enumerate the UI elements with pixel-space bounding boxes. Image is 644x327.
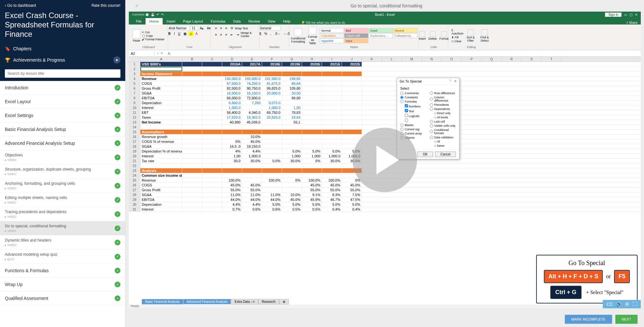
rate-course-link[interactable]: Rate this course!: [91, 3, 120, 8]
column-header[interactable]: K: [362, 57, 382, 62]
dialog-option[interactable]: Visible cells only: [430, 124, 456, 127]
dialog-option[interactable]: Last cell: [430, 120, 456, 123]
fill-color-icon[interactable]: ◇: [188, 31, 194, 36]
ribbon-tab-view[interactable]: View: [264, 18, 279, 25]
sheet-tab[interactable]: Extra Data -->: [231, 299, 258, 304]
column-header[interactable]: F: [262, 57, 282, 62]
dialog-option[interactable]: Column differences: [430, 96, 456, 102]
column-header[interactable]: O: [442, 57, 462, 62]
merge-center-button[interactable]: Merge & Center: [241, 31, 257, 38]
chapter-row[interactable]: Excel Settings✓: [0, 109, 125, 123]
dialog-option[interactable]: [400, 119, 427, 123]
ribbon-tab-insert[interactable]: Insert: [163, 18, 179, 25]
lesson-item[interactable]: Objectives▸ VIDEO✓: [0, 150, 125, 164]
cell-style[interactable]: Check Cell: [344, 33, 368, 38]
column-header[interactable]: B: [182, 57, 202, 62]
column-header[interactable]: I: [322, 57, 342, 62]
dialog-option[interactable]: ○ Direct only: [430, 112, 456, 115]
cell-style[interactable]: Good: [369, 28, 393, 33]
chapter-row[interactable]: Qualified Assessment✓: [0, 292, 125, 305]
dialog-option[interactable]: Row differences: [430, 92, 456, 95]
grow-font-icon[interactable]: A▴: [199, 26, 205, 31]
fill-button[interactable]: ⬇ Fill: [451, 36, 463, 39]
chapter-row[interactable]: Advanced Financial Analysis Setup✓: [0, 136, 125, 150]
ribbon-tab-page-layout[interactable]: Page Layout: [179, 18, 207, 25]
format-cells-button[interactable]: Format: [440, 31, 449, 40]
dialog-cancel-button[interactable]: Cancel: [435, 152, 456, 157]
cell-style[interactable]: Followed Hy...: [393, 33, 417, 38]
ribbon-tab-file[interactable]: File: [132, 18, 146, 25]
dialog-option[interactable]: Constants: [400, 96, 427, 99]
font-size-select[interactable]: 11: [190, 26, 198, 31]
dialog-option[interactable]: Data validation: [430, 136, 456, 139]
underline-icon[interactable]: U: [177, 31, 182, 36]
clear-button[interactable]: ◇ Clear: [451, 40, 463, 43]
cell-style[interactable]: Calculation: [320, 33, 344, 38]
dialog-option[interactable]: Blanks: [400, 124, 427, 127]
border-icon[interactable]: ▦: [182, 31, 188, 36]
cc-icon[interactable]: CC: [607, 302, 613, 307]
back-to-dashboard-link[interactable]: ‹ Go to dashboard: [5, 3, 36, 8]
ribbon-tab-home[interactable]: Home: [146, 18, 163, 25]
chapter-row[interactable]: Excel Layout✓: [0, 95, 125, 109]
dialog-option[interactable]: ○ All: [430, 140, 456, 143]
paste-button[interactable]: Paste: [133, 29, 140, 42]
cell-style[interactable]: Explanatory ...: [369, 33, 393, 38]
align-top-icon[interactable]: ≡: [214, 26, 218, 31]
ribbon-tab-review[interactable]: Review: [244, 18, 264, 25]
lesson-item[interactable]: Editing multiple sheets, naming cells▸ V…: [0, 193, 125, 207]
fx-icon[interactable]: fx: [165, 52, 173, 55]
format-as-table-button[interactable]: Format as Table: [308, 27, 317, 45]
autosum-button[interactable]: Σ AutoSum: [451, 29, 463, 35]
orientation-icon[interactable]: ⟳: [229, 26, 234, 31]
find-select-button[interactable]: Find & Select: [478, 29, 491, 42]
cell-style[interactable]: Neutral: [393, 28, 417, 33]
sheet-tab[interactable]: Research: [258, 299, 279, 304]
column-header[interactable]: P: [462, 57, 482, 62]
play-button[interactable]: [353, 128, 417, 192]
chapter-row[interactable]: Introduction✓: [0, 81, 125, 95]
sort-filter-button[interactable]: Sort & Filter: [465, 29, 477, 42]
column-header[interactable]: A: [140, 57, 182, 62]
dialog-option[interactable]: ○ Same: [430, 144, 456, 147]
column-header[interactable]: L: [382, 57, 402, 62]
column-header[interactable]: Q: [482, 57, 502, 62]
currency-icon[interactable]: $: [258, 31, 263, 36]
ribbon-tab-help[interactable]: Help: [279, 18, 294, 25]
close-icon[interactable]: ✕: [635, 13, 638, 16]
dialog-ok-button[interactable]: OK: [417, 152, 433, 157]
number-format-select[interactable]: General: [258, 26, 281, 31]
percent-icon[interactable]: %: [263, 31, 269, 36]
ribbon-tab-formulas[interactable]: Formulas: [207, 18, 229, 25]
italic-icon[interactable]: I: [173, 31, 176, 36]
lesson-item[interactable]: Tracing precedents and dependents▸ VIDEO…: [0, 207, 125, 221]
volume-icon[interactable]: 🔊: [616, 302, 622, 307]
delete-cells-button[interactable]: Delete: [429, 31, 437, 40]
next-button[interactable]: NEXT: [615, 315, 638, 324]
dialog-option[interactable]: Logicals: [400, 114, 427, 118]
column-header[interactable]: D: [222, 57, 242, 62]
lesson-item[interactable]: Advanced modeling setup quiz▸ QUIZ✓: [0, 250, 125, 264]
conditional-formatting-button[interactable]: Conditional Formatting: [291, 28, 305, 43]
cell-style[interactable]: Normal: [320, 28, 344, 33]
dialog-option[interactable]: ○ All levels: [430, 116, 456, 119]
cell-style[interactable]: Hyperlink: [320, 38, 344, 43]
share-button[interactable]: ↗ Share: [626, 21, 638, 25]
video-player[interactable]: AutoSave ⬤ 💾 ↶ ↷ Book1 - Excel Sign in ▭…: [129, 12, 641, 308]
dialog-option[interactable]: Dependents: [430, 107, 456, 111]
column-header[interactable]: H: [302, 57, 322, 62]
bold-icon[interactable]: B: [167, 31, 172, 36]
new-sheet-button[interactable]: ⊕: [279, 299, 289, 304]
format-painter-button[interactable]: 🖌 Format Painter: [142, 38, 165, 41]
chapter-row[interactable]: Functions & Formulas✓: [0, 264, 125, 278]
achievements-nav[interactable]: 🏆 Achievements & Progress ★: [5, 54, 120, 66]
dialog-option[interactable]: Current reg: [400, 128, 427, 131]
column-header[interactable]: G: [282, 57, 302, 62]
sheet-tab[interactable]: Advanced Financial Analysis: [183, 299, 231, 304]
chapter-row[interactable]: Basic Financial Analysis Setup✓: [0, 123, 125, 136]
settings-icon[interactable]: ⚙: [625, 302, 629, 307]
column-header[interactable]: E: [242, 57, 262, 62]
dialog-option[interactable]: Formulas: [400, 100, 427, 103]
dialog-option[interactable]: Numbers: [400, 104, 427, 108]
column-header[interactable]: R: [502, 57, 522, 62]
